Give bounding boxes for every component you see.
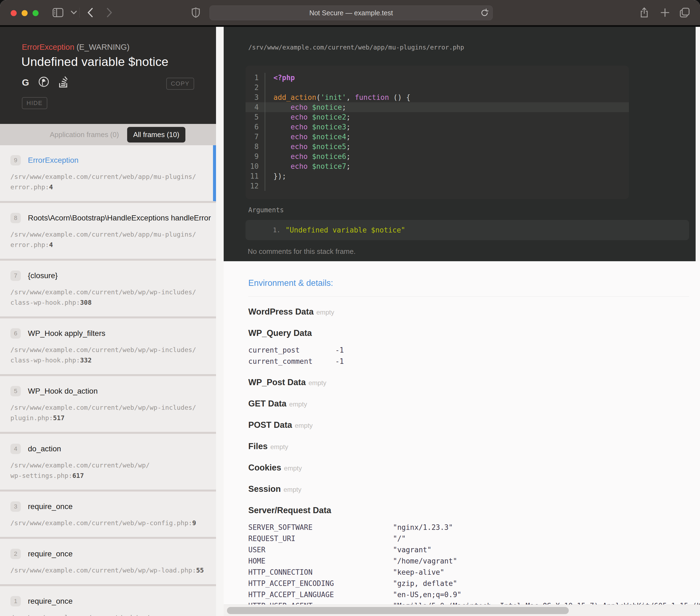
env-data-row: HTTP_ACCEPT_ENCODING"gzip, deflate" bbox=[248, 578, 689, 589]
code-panel: /srv/www/example.com/current/web/app/mu-… bbox=[224, 27, 700, 261]
env-data-row: REQUEST_URI"/" bbox=[248, 533, 689, 544]
share-icon[interactable] bbox=[638, 7, 650, 19]
tab-application-frames[interactable]: Application frames (0) bbox=[50, 131, 119, 139]
copy-button[interactable]: COPY bbox=[166, 78, 194, 90]
empty-label: empty bbox=[284, 465, 302, 472]
horizontal-scrollbar-thumb[interactable] bbox=[227, 607, 569, 614]
empty-label: empty bbox=[309, 379, 326, 386]
stack-frame-item[interactable]: 2require_once/srv/www/example.com/curren… bbox=[0, 539, 216, 584]
code-line: 8 echo $notice5; bbox=[246, 142, 629, 151]
env-section-heading: Sessionempty bbox=[248, 484, 689, 495]
window-zoom-button[interactable] bbox=[33, 10, 39, 16]
exception-header: ErrorException (E_WARNING) Undefined var… bbox=[0, 27, 216, 124]
code-line: 5 echo $notice2; bbox=[246, 112, 629, 122]
tab-all-frames[interactable]: All frames (10) bbox=[127, 127, 185, 143]
empty-label: empty bbox=[316, 309, 334, 316]
window-minimize-button[interactable] bbox=[22, 10, 28, 16]
stack-frame-item[interactable]: 7{closure}/srv/www/example.com/current/w… bbox=[0, 261, 216, 317]
panel-gap bbox=[216, 27, 224, 616]
back-button-icon[interactable] bbox=[84, 7, 96, 19]
env-section-heading: WP_Post Dataempty bbox=[248, 377, 689, 389]
stack-frame-item[interactable]: 9ErrorException/srv/www/example.com/curr… bbox=[0, 145, 216, 201]
frame-file-path: /srv/www/example.com/current/web/wp/wp-b… bbox=[10, 613, 210, 616]
vertical-scrollbar-track[interactable] bbox=[696, 27, 700, 261]
argument-index: 1. bbox=[273, 226, 280, 234]
reload-icon[interactable] bbox=[480, 9, 489, 19]
environment-details-section: Environment & details: WordPress Dataemp… bbox=[224, 261, 700, 616]
frame-number-badge: 2 bbox=[10, 549, 21, 559]
frame-number-badge: 8 bbox=[10, 213, 21, 223]
stack-frame-item[interactable]: 8Roots\Acorn\Bootstrap\HandleExceptions … bbox=[0, 203, 216, 259]
line-number: 3 bbox=[246, 93, 265, 102]
sidebar-toggle-icon[interactable] bbox=[52, 7, 64, 19]
chevron-down-icon[interactable] bbox=[68, 7, 80, 19]
frames-tab-bar: Application frames (0) All frames (10) bbox=[0, 124, 216, 145]
code-line: 10 echo $notice7; bbox=[246, 161, 629, 171]
env-value: "vagrant" bbox=[393, 544, 432, 556]
frame-file-path: /srv/www/example.com/current/web/app/mu-… bbox=[10, 229, 210, 250]
browser-toolbar: Not Secure — example.test bbox=[0, 0, 700, 27]
env-key: HTTP_ACCEPT_ENCODING bbox=[248, 578, 393, 589]
arguments-label: Arguments bbox=[248, 206, 284, 214]
exception-severity: (E_WARNING) bbox=[77, 43, 129, 51]
google-icon[interactable]: G bbox=[22, 77, 29, 88]
code-line: 1<?php bbox=[246, 73, 629, 83]
frame-number-badge: 5 bbox=[10, 386, 21, 396]
frame-number-badge: 9 bbox=[10, 155, 21, 165]
frame-details-panel: /srv/www/example.com/current/web/app/mu-… bbox=[224, 27, 700, 616]
env-value: -1 bbox=[335, 345, 344, 356]
address-bar[interactable]: Not Secure — example.test bbox=[210, 5, 493, 20]
stack-frame-item[interactable]: 1require_once/srv/www/example.com/curren… bbox=[0, 586, 216, 616]
code-file-path: /srv/www/example.com/current/web/app/mu-… bbox=[248, 44, 464, 51]
stack-sidebar: ErrorException (E_WARNING) Undefined var… bbox=[0, 27, 216, 616]
privacy-shield-icon[interactable] bbox=[190, 7, 202, 19]
new-tab-plus-icon[interactable] bbox=[659, 7, 671, 19]
frame-number-badge: 1 bbox=[10, 596, 21, 606]
frame-file-path: /srv/www/example.com/current/web/wp-conf… bbox=[10, 518, 210, 528]
stack-frame-item[interactable]: 6WP_Hook apply_filters/srv/www/example.c… bbox=[0, 318, 216, 374]
line-number: 7 bbox=[246, 132, 265, 142]
stack-frames-list: 9ErrorException/srv/www/example.com/curr… bbox=[0, 145, 216, 616]
duckduckgo-icon[interactable] bbox=[38, 76, 49, 88]
env-data-row: HTTP_CONNECTION"keep-alive" bbox=[248, 567, 689, 578]
env-data-row: HTTP_ACCEPT_LANGUAGE"en-US,en;q=0.9" bbox=[248, 589, 689, 600]
window-close-button[interactable] bbox=[11, 10, 17, 16]
empty-label: empty bbox=[295, 422, 313, 429]
frame-title: do_action bbox=[28, 444, 61, 453]
stack-frame-item[interactable]: 3require_once/srv/www/example.com/curren… bbox=[0, 492, 216, 537]
exception-type-line: ErrorException (E_WARNING) bbox=[22, 43, 129, 52]
frame-title: require_once bbox=[28, 502, 73, 511]
env-data-table: SERVER_SOFTWARE"nginx/1.23.3"REQUEST_URI… bbox=[248, 522, 689, 616]
env-section-heading: GET Dataempty bbox=[248, 398, 689, 410]
horizontal-scrollbar-track[interactable] bbox=[224, 604, 700, 616]
code-line: 7 echo $notice4; bbox=[246, 132, 629, 142]
stack-frame-item[interactable]: 4do_action/srv/www/example.com/current/w… bbox=[0, 434, 216, 490]
address-text: Not Secure — example.test bbox=[309, 9, 393, 17]
code-line: 6 echo $notice3; bbox=[246, 122, 629, 132]
env-data-row: SERVER_SOFTWARE"nginx/1.23.3" bbox=[248, 522, 689, 533]
code-line: 9 echo $notice6; bbox=[246, 151, 629, 161]
env-value: "keep-alive" bbox=[393, 567, 444, 578]
line-number: 12 bbox=[246, 181, 265, 191]
code-line: 2 bbox=[246, 83, 629, 93]
env-section-heading: Filesempty bbox=[248, 441, 689, 453]
env-data-row: current_post-1 bbox=[248, 345, 689, 356]
code-line: 12 bbox=[246, 181, 629, 191]
env-key: current_comment bbox=[248, 356, 335, 367]
stackoverflow-icon[interactable] bbox=[59, 76, 68, 89]
env-key: REQUEST_URI bbox=[248, 533, 393, 544]
env-section-heading: Cookiesempty bbox=[248, 462, 689, 474]
env-key: HOME bbox=[248, 556, 393, 567]
hide-button[interactable]: HIDE bbox=[22, 97, 47, 109]
env-section-heading: WP_Query Data bbox=[248, 328, 689, 338]
empty-label: empty bbox=[289, 401, 307, 408]
tab-overview-icon[interactable] bbox=[679, 7, 691, 19]
forward-button-icon[interactable] bbox=[103, 7, 115, 19]
line-number: 4 bbox=[246, 102, 265, 112]
env-data-table: current_post-1current_comment-1 bbox=[248, 345, 689, 367]
stack-frame-item[interactable]: 5WP_Hook do_action/srv/www/example.com/c… bbox=[0, 376, 216, 432]
frame-title: Roots\Acorn\Bootstrap\HandleExceptions h… bbox=[28, 214, 211, 222]
browser-window: Not Secure — example.test bbox=[0, 0, 700, 616]
env-key: current_post bbox=[248, 345, 335, 356]
env-value: "/home/vagrant" bbox=[393, 556, 457, 567]
